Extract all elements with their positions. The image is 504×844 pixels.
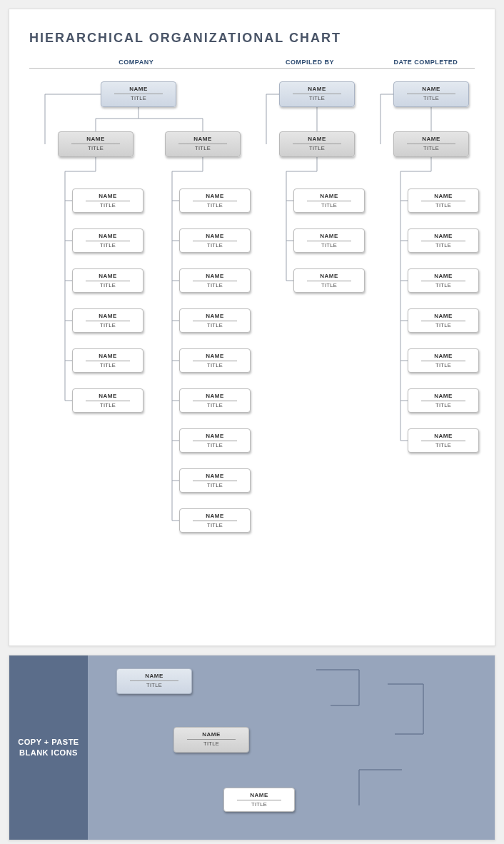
leaf-node[interactable]: NAMETITLE [179,468,251,493]
node-sep [293,94,341,94]
leaf-node[interactable]: NAMETITLE [408,228,479,253]
top-node-d[interactable]: NAMETITLE [393,81,469,107]
leaf-node[interactable]: NAMETITLE [179,348,251,373]
node-name: NAME [76,273,140,279]
node-sep [293,144,341,144]
node-sep [86,321,130,321]
node-title: TITLE [297,282,361,288]
mid-node-d[interactable]: NAMETITLE [393,131,469,157]
node-sep [421,241,465,241]
node-name: NAME [61,136,130,142]
node-title: TITLE [227,801,291,808]
header-compiled-by: COMPILED BY [243,59,377,66]
node-name: NAME [76,233,140,239]
node-sep [421,201,465,201]
leaf-node[interactable]: NAMETITLE [179,268,251,293]
node-name: NAME [76,193,140,199]
node-title: TITLE [76,402,140,408]
leaf-node[interactable]: NAMETITLE [179,428,251,453]
node-title: TITLE [411,402,475,408]
top-node-ab[interactable]: NAMETITLE [101,81,176,107]
node-title: TITLE [183,482,247,488]
top-node-c[interactable]: NAMETITLE [279,81,355,107]
palette-canvas: NAMETITLENAMETITLENAMETITLE [88,655,495,840]
node-title: TITLE [411,202,475,209]
page-title: HIERARCHICAL ORGANIZATIONAL CHART [29,31,475,46]
leaf-node[interactable]: NAMETITLE [72,268,143,293]
node-name: NAME [177,731,246,738]
mid-node-b[interactable]: NAMETITLE [165,131,241,157]
leaf-node[interactable]: NAMETITLE [293,189,365,213]
node-title: TITLE [76,362,140,368]
node-name: NAME [183,513,247,519]
leaf-node[interactable]: NAMETITLE [179,388,251,413]
node-sep [86,241,130,241]
node-sep [307,201,351,201]
node-name: NAME [183,313,247,319]
leaf-node[interactable]: NAMETITLE [179,308,251,333]
node-title: TITLE [76,242,140,248]
node-name: NAME [120,673,188,679]
palette-leaf-node[interactable]: NAMETITLE [223,788,295,812]
node-title: TITLE [283,145,351,151]
leaf-node[interactable]: NAMETITLE [408,268,479,293]
node-sep [178,144,227,144]
node-name: NAME [227,792,291,798]
node-title: TITLE [183,402,247,408]
node-sep [407,144,455,144]
node-sep [193,521,237,521]
leaf-node[interactable]: NAMETITLE [179,189,251,213]
node-sep [193,441,237,441]
node-title: TITLE [76,282,140,288]
node-title: TITLE [183,322,247,328]
node-title: TITLE [297,202,361,209]
mid-node-c[interactable]: NAMETITLE [279,131,355,157]
node-sep [307,241,351,241]
node-title: TITLE [104,95,173,101]
node-name: NAME [397,86,465,92]
palette-top-node[interactable]: NAMETITLE [116,668,192,694]
node-sep [114,94,163,94]
leaf-node[interactable]: NAMETITLE [72,348,143,373]
node-name: NAME [183,273,247,279]
mid-node-a[interactable]: NAMETITLE [58,131,133,157]
leaf-node[interactable]: NAMETITLE [293,228,365,253]
leaf-node[interactable]: NAMETITLE [408,428,479,453]
leaf-node[interactable]: NAMETITLE [408,308,479,333]
node-sep [421,321,465,321]
node-sep [193,401,237,401]
node-title: TITLE [76,322,140,328]
node-name: NAME [411,273,475,279]
leaf-node[interactable]: NAMETITLE [408,348,479,373]
node-title: TITLE [183,282,247,288]
palette-mid-node[interactable]: NAMETITLE [173,727,249,753]
leaf-node[interactable]: NAMETITLE [72,308,143,333]
palette-label: COPY + PASTE BLANK ICONS [9,655,88,840]
leaf-node[interactable]: NAMETITLE [179,508,251,533]
leaf-node[interactable]: NAMETITLE [408,189,479,213]
node-name: NAME [411,393,475,399]
node-sep [71,144,120,144]
node-sep [193,241,237,241]
node-title: TITLE [183,522,247,528]
leaf-node[interactable]: NAMETITLE [179,228,251,253]
leaf-node[interactable]: NAMETITLE [408,388,479,413]
node-name: NAME [76,353,140,359]
leaf-node[interactable]: NAMETITLE [72,189,143,213]
node-sep [130,680,178,681]
leaf-node[interactable]: NAMETITLE [72,388,143,413]
node-sep [86,401,130,401]
header-date-completed: DATE COMPLETED [377,59,475,66]
node-sep [193,281,237,281]
node-title: TITLE [168,145,237,151]
node-title: TITLE [183,362,247,368]
leaf-node[interactable]: NAMETITLE [72,228,143,253]
node-name: NAME [411,353,475,359]
node-title: TITLE [283,95,351,101]
node-sep [421,441,465,441]
node-name: NAME [297,273,361,279]
node-name: NAME [183,473,247,479]
node-name: NAME [183,233,247,239]
leaf-node[interactable]: NAMETITLE [293,268,365,293]
node-name: NAME [183,393,247,399]
